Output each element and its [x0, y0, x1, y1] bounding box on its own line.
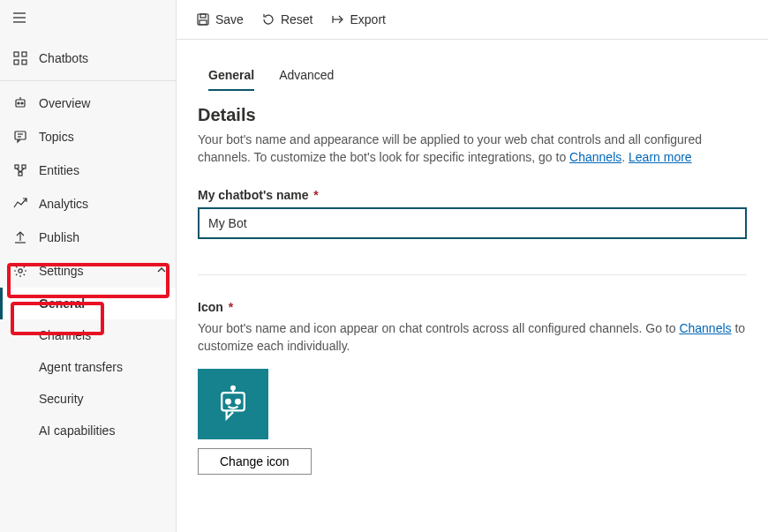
svg-point-21 [19, 269, 22, 273]
required-indicator: * [310, 188, 318, 202]
chatbot-avatar-icon [214, 385, 252, 423]
main: Save Reset Export General Advanced Detai… [177, 0, 768, 532]
svg-rect-15 [22, 165, 26, 169]
sidebar-label: Analytics [39, 197, 88, 211]
desc-sep: . [621, 150, 629, 164]
tab-general[interactable]: General [208, 61, 254, 91]
bot-icon-preview [198, 369, 268, 439]
chevron-up-icon [156, 264, 167, 278]
tab-advanced[interactable]: Advanced [279, 61, 334, 91]
svg-point-9 [21, 102, 23, 104]
hamburger-icon [12, 11, 26, 25]
save-label: Save [215, 12, 244, 26]
svg-line-18 [20, 169, 24, 172]
svg-rect-11 [15, 131, 26, 139]
sidebar-item-topics[interactable]: Topics [0, 120, 176, 154]
tabs: General Advanced [198, 61, 747, 91]
details-desc: Your bot's name and appearance will be a… [198, 131, 747, 167]
publish-icon [12, 229, 28, 245]
svg-rect-4 [22, 52, 26, 56]
icon-label-text: Icon [198, 300, 223, 314]
svg-rect-24 [200, 20, 207, 25]
export-icon [331, 12, 345, 26]
icon-desc: Your bot's name and icon appear on chat … [198, 319, 747, 356]
sidebar-item-analytics[interactable]: Analytics [0, 187, 176, 221]
sidebar-sublabel: Channels [39, 328, 91, 342]
chatbot-name-input[interactable] [198, 207, 747, 239]
export-label: Export [350, 12, 386, 26]
name-label-text: My chatbot's name [198, 188, 308, 202]
svg-point-30 [226, 400, 230, 404]
sidebar-sublabel: General [39, 296, 85, 311]
sidebar-label: Chatbots [39, 51, 88, 65]
icon-desc-text: Your bot's name and icon appear on chat … [198, 321, 679, 335]
save-button[interactable]: Save [194, 9, 245, 30]
details-title: Details [198, 105, 747, 125]
topbar: Save Reset Export [177, 0, 768, 40]
sidebar-item-chatbots[interactable]: Chatbots [0, 41, 176, 75]
bot-icon [12, 95, 28, 111]
sidebar-subitem-channels[interactable]: Channels [0, 319, 176, 351]
svg-rect-3 [14, 52, 19, 56]
svg-point-28 [231, 386, 235, 390]
reset-button[interactable]: Reset [260, 9, 315, 30]
icon-label: Icon * [198, 300, 747, 314]
sidebar-subitem-general[interactable]: General [0, 288, 176, 319]
sidebar-label: Overview [39, 96, 90, 110]
svg-rect-6 [22, 60, 26, 64]
gear-icon [12, 263, 28, 279]
sidebar-subitem-agent-transfers[interactable]: Agent transfers [0, 351, 176, 383]
sidebar-item-overview[interactable]: Overview [0, 86, 176, 120]
sidebar-item-publish[interactable]: Publish [0, 221, 176, 254]
sidebar-label: Entities [39, 163, 79, 177]
entities-icon [12, 162, 28, 178]
section-divider [198, 274, 747, 275]
sidebar-subitem-ai-capabilities[interactable]: AI capabilities [0, 415, 176, 446]
svg-rect-14 [15, 165, 19, 169]
sidebar-label: Topics [39, 130, 74, 144]
channels-link-2[interactable]: Channels [679, 321, 731, 335]
sidebar: Chatbots Overview Topics Entit [0, 0, 177, 532]
sidebar-item-entities[interactable]: Entities [0, 154, 176, 187]
sidebar-label: Publish [39, 230, 79, 244]
sidebar-item-settings[interactable]: Settings [0, 254, 176, 288]
sidebar-label: Settings [39, 264, 84, 278]
sidebar-subitem-security[interactable]: Security [0, 383, 176, 415]
sidebar-sublabel: Security [39, 392, 84, 406]
svg-line-17 [17, 169, 20, 172]
svg-rect-23 [200, 14, 206, 18]
reset-label: Reset [281, 12, 313, 26]
export-button[interactable]: Export [329, 9, 388, 30]
topics-icon [12, 129, 28, 145]
required-indicator: * [225, 300, 233, 314]
svg-rect-16 [19, 172, 22, 176]
change-icon-button[interactable]: Change icon [198, 448, 312, 475]
sidebar-sublabel: AI capabilities [39, 423, 115, 438]
name-label: My chatbot's name * [198, 188, 747, 202]
svg-point-31 [236, 400, 240, 404]
hamburger-menu[interactable] [0, 0, 176, 38]
svg-point-8 [18, 102, 19, 104]
channels-link[interactable]: Channels [569, 150, 621, 164]
svg-rect-5 [14, 60, 19, 64]
learn-more-link[interactable]: Learn more [629, 150, 692, 164]
analytics-icon [12, 196, 28, 212]
reset-icon [261, 12, 275, 26]
sidebar-sublabel: Agent transfers [39, 360, 123, 374]
save-icon [196, 12, 210, 26]
grid-icon [12, 50, 28, 66]
